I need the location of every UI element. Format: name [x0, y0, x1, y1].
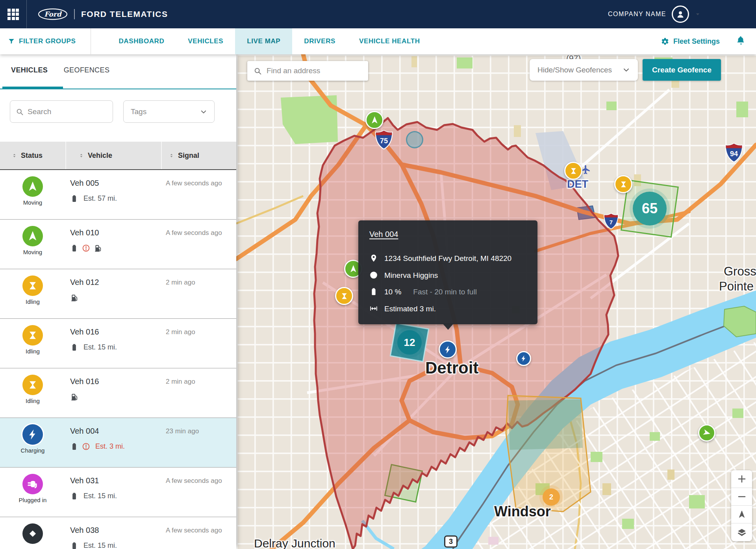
vehicle-detail: Est. 15 mi.: [70, 542, 117, 549]
vehicle-row-veh-016[interactable]: Idling Veh 016 2 min ago: [0, 368, 236, 418]
ford-telematics-app: Ford FORD TELEMATICS COMPANY NAME FILTER…: [0, 0, 756, 549]
vehicle-marker-idling[interactable]: [564, 162, 582, 180]
chevron-down-icon: [623, 66, 630, 74]
vehicle-marker-moving[interactable]: [365, 111, 384, 129]
status-label: Idling: [0, 348, 65, 355]
brand-divider: [74, 9, 75, 19]
range-icon: [369, 304, 378, 313]
popup-battery: 10 %: [384, 287, 401, 297]
sidebar-tabs: VEHICLES GEOFENCES: [0, 66, 236, 74]
status-cell: Idling: [0, 368, 65, 418]
vehicle-row-veh-010[interactable]: Moving Veh 010 A few seconds ago: [0, 220, 236, 269]
range-estimate: Est. 3 mi.: [95, 442, 125, 451]
vehicle-cell: Veh 012: [70, 269, 161, 319]
fuel-icon: [94, 244, 102, 252]
layers-button[interactable]: [731, 523, 752, 541]
tab-geofences[interactable]: GEOFENCES: [64, 66, 110, 74]
vehicle-cluster-2[interactable]: 2: [543, 488, 560, 506]
funnel-icon: [8, 38, 15, 45]
charging-status-icon: [26, 428, 39, 441]
sort-vehicle[interactable]: Vehicle: [65, 142, 161, 169]
status-label: Moving: [0, 249, 65, 255]
idling-status-icon: [26, 279, 39, 292]
svg-text:75: 75: [380, 137, 388, 145]
battery-icon: [70, 244, 78, 252]
fleet-settings-label: Fleet Settings: [673, 37, 720, 46]
address-search-input[interactable]: [267, 67, 362, 75]
vehicle-name: Veh 016: [70, 377, 99, 386]
secondary-nav: FILTER GROUPS DASHBOARDVEHICLESLIVE MAPD…: [0, 28, 756, 54]
chevron-down-icon: [200, 108, 207, 115]
tags-dropdown[interactable]: Tags: [123, 100, 215, 123]
account-menu[interactable]: COMPANY NAME: [608, 6, 756, 23]
live-map[interactable]: DetroitWindsorGrossPointe PDelray Juncti…: [236, 54, 756, 549]
tab-vehicles[interactable]: VEHICLES: [11, 66, 48, 74]
vehicle-marker-charging[interactable]: [439, 340, 457, 359]
moving-marker-icon: [348, 264, 358, 274]
vehicle-row-veh-016[interactable]: Idling Veh 016 Est. 15 mi. 2 min ago: [0, 319, 236, 368]
svg-text:94: 94: [730, 150, 738, 158]
vehicle-detail: [70, 244, 102, 252]
sort-status[interactable]: Status: [0, 142, 65, 169]
notifications-button[interactable]: [736, 35, 746, 47]
vehicle-name: Veh 012: [70, 278, 99, 287]
vehicle-name: Veh 004: [70, 427, 99, 436]
zoom-in-button[interactable]: [731, 470, 752, 488]
vehicle-row-veh-038[interactable]: Veh 038 Est. 15 mi. A few seconds ago: [0, 517, 236, 549]
vehicle-cluster-12[interactable]: 12: [397, 330, 422, 355]
tabs-baseline: [0, 89, 236, 89]
zoom-out-button[interactable]: [731, 488, 752, 506]
vehicle-table-header: Status Vehicle Signal: [0, 142, 236, 170]
vehicle-marker-moving[interactable]: [698, 424, 715, 442]
map-label: Pointe P: [719, 279, 756, 294]
ford-logo-icon: Ford: [38, 8, 68, 20]
fleet-settings-button[interactable]: Fleet Settings: [660, 37, 720, 46]
search-input[interactable]: [28, 107, 107, 116]
moving-status-icon: [26, 230, 39, 242]
vehicle-row-veh-012[interactable]: Idling Veh 012 2 min ago: [0, 269, 236, 319]
geofence-visibility-dropdown[interactable]: Hide/Show Geofences: [530, 59, 638, 81]
signal-cell: A few seconds ago: [166, 228, 227, 238]
vehicle-marker-idling[interactable]: [335, 287, 353, 305]
nav-tab-dashboard[interactable]: DASHBOARD: [107, 28, 176, 54]
vehicle-search[interactable]: [10, 100, 113, 123]
vehicle-marker-charging[interactable]: [516, 351, 531, 366]
nav-tabs: DASHBOARDVEHICLESLIVE MAPDRIVERSVEHICLE …: [107, 28, 432, 54]
status-cell: Idling: [0, 269, 65, 319]
signal-cell: A few seconds ago: [166, 526, 227, 536]
vehicle-cell: Veh 031 Est. 15 mi.: [70, 468, 161, 517]
gear-icon: [660, 37, 669, 46]
vehicle-cell: Veh 016 Est. 15 mi.: [70, 319, 161, 368]
app-launcher-button[interactable]: [0, 0, 27, 28]
vehicle-marker-idling[interactable]: [614, 175, 632, 193]
nav-tab-vehicle-health[interactable]: VEHICLE HEALTH: [347, 28, 432, 54]
vehicle-row-veh-031[interactable]: Plugged in Veh 031 Est. 15 mi. A few sec…: [0, 468, 236, 517]
status-icon: [22, 176, 43, 197]
signal-cell: 2 min ago: [166, 327, 227, 337]
locate-button[interactable]: [731, 506, 752, 523]
vehicle-cluster-65[interactable]: 65: [633, 192, 667, 226]
status-icon: [22, 226, 43, 246]
nav-tab-vehicles[interactable]: VEHICLES: [176, 28, 235, 54]
col-status-label: Status: [21, 152, 43, 160]
popup-vehicle-link[interactable]: Veh 004: [369, 230, 398, 239]
map-label: Gross: [724, 264, 756, 279]
vehicle-row-veh-004[interactable]: Charging Veh 004 Est. 3 mi. 23 min ago: [0, 418, 236, 468]
caret-down-icon[interactable]: [695, 11, 701, 17]
moving-marker-icon: [701, 427, 713, 439]
sort-signal[interactable]: Signal: [161, 142, 236, 169]
nav-tab-drivers[interactable]: DRIVERS: [292, 28, 347, 54]
filter-groups-button[interactable]: FILTER GROUPS: [0, 28, 91, 54]
create-geofence-button[interactable]: Create Geofence: [643, 59, 721, 81]
avatar[interactable]: [672, 6, 689, 23]
nav-tab-live-map[interactable]: LIVE MAP: [235, 28, 292, 54]
map-address-search[interactable]: [247, 61, 368, 81]
vehicle-cell: Veh 005 Est. 57 mi.: [70, 170, 161, 220]
range-estimate: Est. 15 mi.: [83, 492, 117, 500]
vehicle-row-veh-005[interactable]: Moving Veh 005 Est. 57 mi. A few seconds…: [0, 170, 236, 220]
battery-icon: [369, 287, 378, 296]
status-cell: [0, 517, 65, 549]
warning-icon: [82, 442, 90, 451]
popup-range: Estimated 3 mi.: [384, 304, 436, 314]
selected-vehicle-halo[interactable]: [406, 131, 423, 148]
